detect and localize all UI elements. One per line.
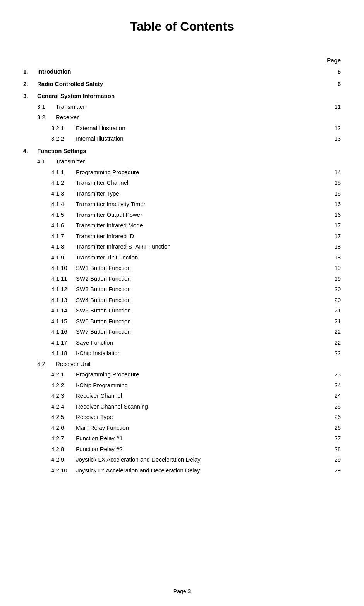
toc-text: General System Information <box>37 91 115 101</box>
toc-entry: 4.2.7Function Relay #127 <box>23 433 341 443</box>
toc-label: 1.Introduction <box>23 67 325 77</box>
toc-label: 4.1.3Transmitter Type <box>51 189 325 199</box>
toc-page-number: 22 <box>325 338 341 348</box>
toc-label: 3.2.1External Illustration <box>51 123 325 133</box>
toc-text: Internal Illustration <box>76 134 124 144</box>
toc-text: Joystick LY Acceleration and Deceleratio… <box>76 465 200 476</box>
toc-page-number: 24 <box>325 380 341 390</box>
toc-entry: 4.1.1Programming Procedure14 <box>23 167 341 177</box>
toc-entry: 4.1.15SW6 Button Function21 <box>23 316 341 326</box>
toc-num: 4.2.9 <box>51 455 71 465</box>
toc-num: 4.1.13 <box>51 295 71 305</box>
toc-num: 4.2.4 <box>51 402 71 412</box>
toc-text: Transmitter Channel <box>76 178 128 188</box>
toc-label: 4.1.1Programming Procedure <box>51 167 325 177</box>
toc-num: 4.1.4 <box>51 199 71 209</box>
toc-entry: 4.1.16SW7 Button Function22 <box>23 327 341 337</box>
toc-container: 1.Introduction52.Radio Controlled Safety… <box>23 67 341 475</box>
toc-num: 4.1.5 <box>51 210 71 220</box>
toc-page-number: 13 <box>325 134 341 144</box>
toc-page-number: 11 <box>325 102 341 112</box>
toc-text: Transmitter Type <box>76 189 119 199</box>
toc-page-number: 25 <box>325 402 341 412</box>
toc-text: Transmitter Tilt Function <box>76 252 138 263</box>
toc-page-number: 18 <box>325 242 341 252</box>
toc-num: 3. <box>23 91 33 101</box>
toc-entry: 4.2.6Main Relay Function26 <box>23 423 341 433</box>
toc-num: 4.1 <box>37 156 51 167</box>
toc-text: I-Chip Programming <box>76 380 128 390</box>
toc-num: 4.2.2 <box>51 380 71 390</box>
page: Table of Contents Page 1.Introduction52.… <box>0 0 364 606</box>
toc-entry: 4.1.17Save Function22 <box>23 338 341 348</box>
toc-num: 4.1.3 <box>51 189 71 199</box>
toc-page-number: 15 <box>325 178 341 188</box>
toc-text: Transmitter Output Power <box>76 210 142 220</box>
toc-entry: 3.1Transmitter11 <box>23 102 341 112</box>
toc-num: 4.2.10 <box>51 465 71 476</box>
toc-num: 4.1.15 <box>51 316 71 326</box>
toc-page-number: 17 <box>325 220 341 230</box>
toc-label: 4.1.11SW2 Button Function <box>51 274 325 284</box>
toc-text: SW7 Button Function <box>76 327 131 337</box>
toc-text: I-Chip Installation <box>76 348 121 358</box>
toc-page-number: 24 <box>325 391 341 401</box>
toc-label: 4.1.13SW4 Button Function <box>51 295 325 305</box>
toc-entry: 4.2.10Joystick LY Acceleration and Decel… <box>23 465 341 476</box>
toc-label: 4.2Receiver Unit <box>37 359 325 369</box>
toc-label: 4.1.9Transmitter Tilt Function <box>51 252 325 263</box>
toc-label: 4.1.12SW3 Button Function <box>51 284 325 294</box>
toc-label: 4.1.15SW6 Button Function <box>51 316 325 326</box>
toc-label: 4.2.3Receiver Channel <box>51 391 325 401</box>
toc-num: 3.2.2 <box>51 134 71 144</box>
toc-page-number: 16 <box>325 199 341 209</box>
toc-label: 4.2.5Receiver Type <box>51 412 325 422</box>
toc-entry: 4.2.9Joystick LX Acceleration and Decele… <box>23 455 341 465</box>
toc-page-number: 12 <box>325 123 341 133</box>
toc-text: Transmitter Infrared ID <box>76 231 134 241</box>
toc-label: 4.Function Settings <box>23 146 325 156</box>
toc-text: Joystick LX Acceleration and Deceleratio… <box>76 455 201 465</box>
toc-num: 3.2.1 <box>51 123 71 133</box>
toc-label: 4.1.16SW7 Button Function <box>51 327 325 337</box>
toc-label: 4.1.8Transmitter Infrared START Function <box>51 242 325 252</box>
toc-num: 4.1.8 <box>51 242 71 252</box>
toc-text: Function Relay #2 <box>76 444 123 454</box>
toc-label: 4.2.6Main Relay Function <box>51 423 325 433</box>
toc-page-number: 29 <box>325 455 341 465</box>
toc-num: 3.1 <box>37 102 51 112</box>
toc-entry: 4.1.11SW2 Button Function19 <box>23 274 341 284</box>
page-title: Table of Contents <box>23 19 341 34</box>
toc-page-number: 27 <box>325 433 341 443</box>
toc-page-number: 15 <box>325 189 341 199</box>
toc-text: Transmitter Inactivity Timer <box>76 199 145 209</box>
toc-page-number: 26 <box>325 423 341 433</box>
toc-num: 4.2 <box>37 359 51 369</box>
toc-entry: 4.1.5Transmitter Output Power16 <box>23 210 341 220</box>
toc-label: 4.1.2Transmitter Channel <box>51 178 325 188</box>
toc-entry: 2.Radio Controlled Safety6 <box>23 79 341 89</box>
toc-page-number: 21 <box>325 316 341 326</box>
toc-entry: 4.1.2Transmitter Channel15 <box>23 178 341 188</box>
toc-entry: 3.2.2Internal Illustration13 <box>23 134 341 144</box>
toc-num: 4.1.10 <box>51 263 71 273</box>
toc-label: 4.1.17Save Function <box>51 338 325 348</box>
toc-text: SW3 Button Function <box>76 284 131 294</box>
toc-page-number: 14 <box>325 167 341 177</box>
toc-num: 4.2.1 <box>51 369 71 379</box>
toc-num: 4.1.18 <box>51 348 71 358</box>
toc-text: SW2 Button Function <box>76 274 131 284</box>
page-header: Page <box>23 57 341 64</box>
toc-text: Transmitter <box>56 156 85 167</box>
toc-page-number: 26 <box>325 412 341 422</box>
toc-num: 4.1.12 <box>51 284 71 294</box>
toc-page-number: 29 <box>325 465 341 476</box>
toc-text: Transmitter Infrared Mode <box>76 220 143 230</box>
toc-label: 4.2.10Joystick LY Acceleration and Decel… <box>51 465 325 476</box>
toc-entry: 4.1.3Transmitter Type15 <box>23 189 341 199</box>
toc-text: External Illustration <box>76 123 125 133</box>
toc-entry: 4.1.8Transmitter Infrared START Function… <box>23 242 341 252</box>
toc-text: Receiver Channel <box>76 391 122 401</box>
toc-text: Introduction <box>37 67 71 77</box>
toc-page-number: 5 <box>325 67 341 77</box>
